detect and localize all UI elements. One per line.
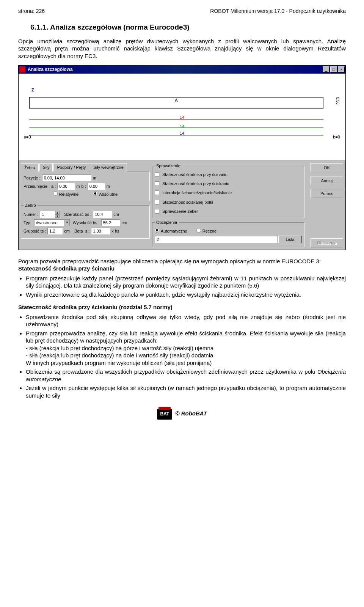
subhead-scisk: Stateczność środnika przy ściskaniu (roz… xyxy=(18,304,346,311)
b-scisk-2b: - siła (reakcja lub pręt dochodzący) na … xyxy=(26,344,346,352)
intro-paragraph: Opcja umożliwia szczegółową analizę pręt… xyxy=(18,38,346,60)
radio-recz-label: Ręczne xyxy=(202,229,217,233)
blue-dim-line xyxy=(29,135,323,135)
maximize-button[interactable]: □ xyxy=(330,66,337,72)
chk-scin-label: Stateczność środnika przy ścinaniu xyxy=(162,172,228,177)
wys-label: Wysokość hs : xyxy=(73,220,100,225)
cancel-button[interactable]: Anuluj xyxy=(311,176,343,185)
wys-input[interactable] xyxy=(101,219,120,226)
diagram-canvas: Z A 0.56 14 14 14 a=0 b=0 xyxy=(19,74,345,161)
lista-button[interactable]: Lista xyxy=(278,236,302,243)
a-input[interactable] xyxy=(57,183,75,190)
tab-podpory[interactable]: Podpory / Pręty xyxy=(53,163,89,171)
b-scisk-2: Program przeprowadza analizę, czy siła l… xyxy=(26,330,346,367)
szer-label: Szerokość bs : xyxy=(64,212,91,217)
beta-label: Beta_s : xyxy=(74,228,89,234)
titlebar: Analiza szczegółowa _ □ × xyxy=(19,65,345,74)
pozycje-label: Pozycje : xyxy=(24,175,41,181)
spin-up[interactable]: ▲ xyxy=(55,211,60,214)
bullets-scin: Program przeszukuje każdy panel (przestr… xyxy=(18,275,346,299)
b-scisk-1: Sprawdzanie środnika pod siłą skupioną o… xyxy=(26,313,346,328)
red-dim-line xyxy=(29,119,323,123)
dim-right: 0.56 xyxy=(335,97,340,104)
obc-legend: Obciążenia xyxy=(155,220,179,225)
szer-input[interactable] xyxy=(93,211,112,218)
spr-legend: Sprawdzenie: xyxy=(155,163,183,168)
b-scisk-2d: W innych przypadkach program nie wykonuj… xyxy=(26,359,346,367)
left-column: Żebra Siły Podpory / Pręty Siły wewnętrz… xyxy=(21,163,150,247)
bullets-scisk: Sprawdzanie środnika pod siłą skupioną o… xyxy=(18,313,346,399)
chk-inter[interactable] xyxy=(155,190,159,195)
beam-label: A xyxy=(175,97,177,103)
beam-outline: A xyxy=(29,97,323,109)
unit-m2: m xyxy=(76,184,80,189)
radio-abs[interactable] xyxy=(93,191,97,196)
chk-scin[interactable] xyxy=(155,172,159,177)
chk-zeb[interactable] xyxy=(155,209,159,214)
titlebar-title: Analiza szczegółowa xyxy=(28,67,322,73)
dim14-2: 14 xyxy=(180,124,184,129)
right-column: OK Anuluj Pomoc Obliczenia xyxy=(307,163,343,247)
chk-scisk-label: Stateczność środnika przy ściskaniu xyxy=(162,181,229,186)
unit-cm3: cm xyxy=(64,228,70,234)
typ-arrow-icon[interactable]: ▼ xyxy=(64,219,70,226)
numer-label: Numer : xyxy=(24,212,38,217)
radio-rel[interactable] xyxy=(53,191,58,196)
b0-label: b=0 xyxy=(333,134,340,140)
chk-inter-label: Interakcja ścinanie/zginanie/ściskanie xyxy=(162,190,232,195)
logo-icon: BAT xyxy=(157,409,172,420)
radio-recz[interactable] xyxy=(196,228,201,233)
typ-select[interactable] xyxy=(34,219,64,226)
z-axis-label: Z xyxy=(31,87,34,93)
pozycje-input[interactable] xyxy=(42,175,91,181)
b-scisk-2a: Program przeprowadza analizę, czy siła l… xyxy=(26,330,346,344)
chk-polka[interactable] xyxy=(155,200,159,204)
unit-cm1: cm xyxy=(113,212,119,217)
obc-input[interactable] xyxy=(155,236,277,243)
header: strona: 226 ROBOT Millennium wersja 17.0… xyxy=(18,8,346,14)
dim14-1: 14 xyxy=(180,115,184,120)
subhead-scin: Stateczność środnika przy ścinaniu xyxy=(18,265,346,272)
zebro-legend: Żebro xyxy=(24,203,38,208)
calc-button[interactable]: Obliczenia xyxy=(311,238,343,247)
analysis-window: Analiza szczegółowa _ □ × Z A 0.56 14 14… xyxy=(18,65,346,250)
spin-down[interactable]: ▼ xyxy=(55,214,60,218)
radio-abs-label: Absolutne xyxy=(99,192,118,197)
beta-input[interactable] xyxy=(91,228,110,234)
app-icon xyxy=(19,66,25,72)
b-input[interactable] xyxy=(88,183,105,190)
radio-rel-label: Relatywne xyxy=(59,192,78,197)
ok-button[interactable]: OK xyxy=(311,163,343,172)
help-button[interactable]: Pomoc xyxy=(311,189,343,198)
b-scisk-4: Jeżeli w jednym punkcie występuje kilka … xyxy=(26,384,346,399)
after-intro: Pogram pozwala przeprowadzić następujące… xyxy=(18,258,346,265)
a0-label: a=0 xyxy=(24,134,31,140)
page-right: ROBOT Millennium wersja 17.0 - Podręczni… xyxy=(210,8,346,14)
chk-polka-label: Stateczność ściskanej półki xyxy=(162,200,213,205)
xhs-label: x hs xyxy=(111,228,119,234)
typ-label: Typ : xyxy=(24,220,33,225)
form-area: Żebra Siły Podpory / Pręty Siły wewnętrz… xyxy=(19,161,345,249)
green-dim-line xyxy=(29,127,323,128)
b-scisk-2c: - siła (reakcja lub pręt dochodzący) na … xyxy=(26,352,346,359)
minimize-button[interactable]: _ xyxy=(323,66,329,72)
numer-input[interactable] xyxy=(40,211,55,218)
b-label: b : xyxy=(82,184,86,189)
chk-zeb-label: Sprawdzenie żeber xyxy=(162,209,198,214)
unit-m3: m xyxy=(107,184,110,189)
grub-input[interactable] xyxy=(47,228,63,234)
dim14-3: 14 xyxy=(180,131,184,136)
close-button[interactable]: × xyxy=(338,66,345,72)
chk-scisk[interactable] xyxy=(155,181,159,186)
b-scisk-3: Obliczenia są prowadzone dla wszystkich … xyxy=(26,368,346,383)
page-left: strona: 226 xyxy=(18,8,45,14)
tab-sily[interactable]: Siły xyxy=(39,163,53,171)
tab-zebra[interactable]: Żebra xyxy=(21,164,39,171)
mid-column: Sprawdzenie: Stateczność środnika przy ś… xyxy=(152,163,304,247)
unit-m1: m xyxy=(93,175,96,181)
footer: BAT © RoboBAT xyxy=(18,409,346,420)
tab-silywew[interactable]: Siły wewnętrzne xyxy=(90,163,127,171)
unit-cm2: cm xyxy=(122,220,127,225)
radio-auto-label: Automatyczne xyxy=(161,229,187,233)
radio-auto[interactable] xyxy=(155,228,159,233)
